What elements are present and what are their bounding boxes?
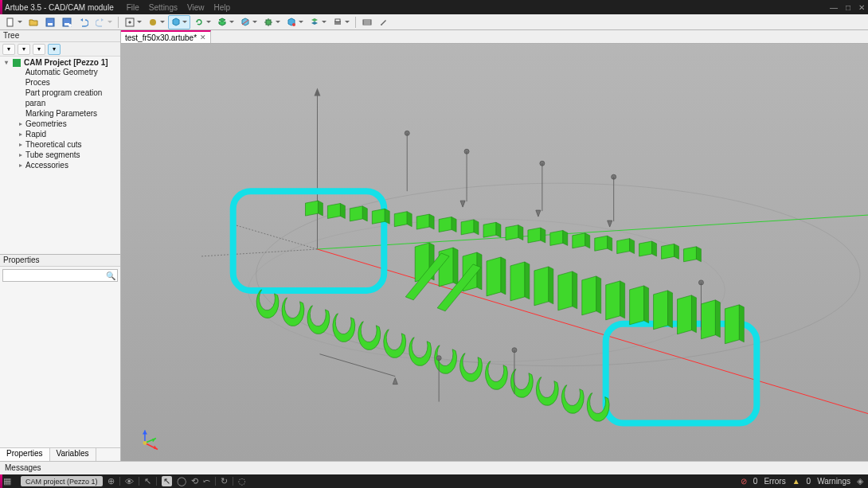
status-separator (215, 477, 216, 486)
tree-expander-icon[interactable]: ▸ (18, 139, 24, 150)
properties-search-input[interactable] (3, 270, 117, 281)
tree-node[interactable]: ▸Theoretical cuts (3, 139, 120, 150)
status-project-label: CAM project (Pezzo 1) (25, 478, 98, 486)
search-icon[interactable]: 🔍 (106, 271, 115, 280)
status-project-chip[interactable]: CAM project (Pezzo 1) (21, 476, 103, 486)
close-button[interactable]: ✕ (858, 3, 865, 12)
sb-pointer-icon[interactable]: ↖ (144, 476, 151, 486)
viewport[interactable]: test_fr50x30.artube* ✕ (121, 30, 868, 461)
properties-tabs: Properties Variables (0, 447, 120, 461)
section-button[interactable] (237, 15, 260, 29)
document-tab-label: test_fr50x30.artube* (125, 33, 197, 42)
properties-search[interactable]: 🔍 (2, 269, 118, 282)
svg-rect-0 (7, 18, 13, 26)
left-panel: Tree ▾ ▾ ▾ ▾ ▾ CAM Project [Pezzo 1] Aut… (0, 30, 121, 461)
svg-line-19 (317, 249, 868, 414)
visibility-button[interactable] (283, 15, 306, 29)
document-tab[interactable]: test_fr50x30.artube* ✕ (121, 30, 211, 43)
svg-point-16 (381, 24, 382, 25)
svg-rect-12 (335, 19, 340, 21)
properties-header: Properties (0, 255, 120, 267)
sb-refresh-icon[interactable]: ↻ (221, 476, 228, 486)
menu-settings[interactable]: Settings (149, 3, 178, 12)
tree-root[interactable]: ▾ CAM Project [Pezzo 1] (3, 58, 120, 67)
document-tab-bar: test_fr50x30.artube* ✕ (121, 30, 868, 44)
svg-rect-9 (266, 20, 271, 25)
restore-button[interactable]: □ (846, 3, 850, 12)
transform-button[interactable] (260, 15, 283, 29)
redo-button[interactable] (92, 15, 115, 29)
view-cube-button[interactable] (168, 15, 190, 29)
tree-node[interactable]: Automatic Geometry Proces (3, 67, 120, 88)
status-separator (119, 477, 120, 486)
new-button[interactable] (2, 15, 25, 29)
tree-node[interactable]: Marking Parameters (3, 108, 120, 119)
viewport-canvas[interactable] (121, 44, 868, 461)
toolbar-separator (355, 17, 356, 28)
tree-filter-button[interactable]: ▾ (33, 44, 45, 55)
svg-point-7 (150, 19, 156, 25)
view-fit-button[interactable] (122, 15, 144, 29)
sb-eye-icon[interactable]: 👁 (125, 477, 134, 486)
sb-circle-icon[interactable]: ◯ (177, 476, 186, 486)
tab-properties[interactable]: Properties (0, 448, 50, 461)
menu-view[interactable]: View (187, 3, 205, 12)
svg-line-37 (319, 354, 395, 377)
messages-header[interactable]: Messages (0, 461, 868, 474)
layers-button[interactable] (307, 15, 329, 29)
errors-icon[interactable]: ⊘ (741, 477, 747, 486)
errors-label: Errors (764, 477, 785, 486)
tree-node-label: Rapid (25, 129, 46, 139)
status-separator (233, 477, 233, 486)
properties-body (0, 284, 120, 447)
tree-node[interactable]: ▸Tube segments (3, 150, 120, 160)
tree-root-label: CAM Project [Pezzo 1] (24, 58, 108, 67)
main-menu: File Settings View Help (127, 3, 230, 12)
tree-expander-icon[interactable]: ▸ (18, 119, 24, 129)
tree-node-label: Theoretical cuts (25, 139, 82, 150)
tree-expander-icon[interactable]: ▸ (18, 129, 24, 139)
tab-variables[interactable]: Variables (50, 448, 96, 461)
tree-expander-icon[interactable]: ▾ (3, 59, 10, 66)
tree-expand-button[interactable]: ▾ (2, 44, 15, 55)
undo-button[interactable] (76, 15, 92, 29)
nvidia-icon[interactable]: ◈ (857, 476, 863, 486)
tree-expander-icon[interactable]: ▸ (18, 150, 24, 160)
tree-node[interactable]: ▸Geometries (3, 119, 120, 129)
save-as-button[interactable] (59, 15, 75, 29)
svg-point-5 (68, 24, 72, 27)
tree-expander-icon[interactable]: ▸ (18, 160, 24, 170)
errors-count: 0 (753, 477, 758, 486)
dashboard-button[interactable] (359, 15, 375, 29)
titlebar-accent (0, 0, 2, 14)
tree-node[interactable]: ▸Rapid (3, 129, 120, 139)
minimize-button[interactable]: — (830, 3, 838, 12)
tree-mode-button[interactable]: ▾ (48, 44, 61, 55)
tree-collapse-button[interactable]: ▾ (18, 44, 30, 55)
sb-loop1-icon[interactable]: ⟲ (191, 476, 198, 486)
save-button[interactable] (42, 15, 58, 29)
document-tab-close-icon[interactable]: ✕ (200, 33, 206, 41)
measure-button[interactable] (214, 15, 237, 29)
status-project-icon[interactable]: ▦ (3, 476, 11, 486)
print-button[interactable] (330, 15, 352, 29)
content-area: Tree ▾ ▾ ▾ ▾ ▾ CAM Project [Pezzo 1] Aut… (0, 30, 868, 461)
sb-loop2-icon[interactable]: ⤺ (203, 476, 210, 486)
warnings-icon[interactable]: ▲ (792, 477, 800, 486)
svg-rect-2 (48, 23, 53, 25)
tree-node[interactable]: ▸Accessories (3, 160, 120, 170)
settings-button[interactable] (376, 15, 392, 29)
menu-file[interactable]: File (127, 3, 139, 12)
status-accent (0, 474, 2, 488)
status-separator (156, 477, 157, 486)
tree-view[interactable]: ▾ CAM Project [Pezzo 1] Automatic Geomet… (0, 57, 120, 254)
tree-node[interactable]: Part program creation paran (3, 88, 120, 108)
menu-help[interactable]: Help (213, 3, 230, 12)
open-button[interactable] (25, 15, 41, 29)
sb-globe-icon[interactable]: ⊕ (108, 476, 115, 486)
refresh-button[interactable] (191, 15, 213, 29)
shading-button[interactable] (145, 15, 167, 29)
tree-node-label: Geometries (25, 119, 67, 129)
sb-clock-icon[interactable]: ◌ (238, 476, 246, 486)
sb-cursor-icon[interactable]: ↖ (162, 476, 172, 486)
